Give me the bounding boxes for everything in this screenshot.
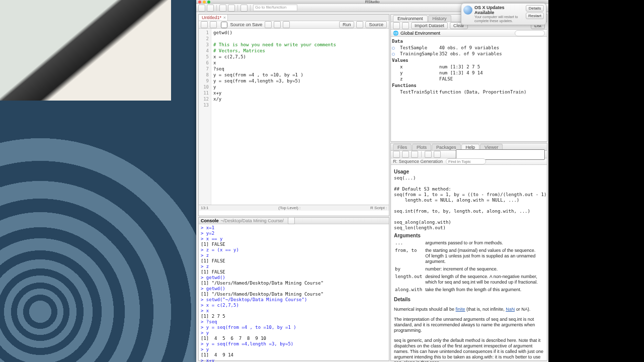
open-icon[interactable] — [219, 5, 226, 12]
help-breadcrumb: R: Sequence Generation — [393, 159, 443, 164]
env-scope-dropdown[interactable]: Global Environment — [400, 31, 440, 36]
new-file-icon[interactable] — [198, 5, 205, 12]
file-tab[interactable]: Untitled1* — [199, 15, 228, 21]
close-icon[interactable] — [198, 1, 201, 4]
help-arg-row: from, tothe starting and (maximal) end v… — [395, 248, 543, 265]
find-icon[interactable] — [265, 21, 272, 28]
console-tab[interactable]: Console — [201, 218, 219, 223]
help-arg-row: ...arguments passed to or from methods. — [395, 240, 543, 247]
webcam-overlay — [0, 0, 171, 101]
wand-icon[interactable] — [274, 21, 281, 28]
tab-history[interactable]: History — [428, 15, 451, 22]
save-source-icon[interactable] — [210, 21, 217, 28]
update-icon — [463, 6, 472, 15]
cursor-pos: 13:1 — [201, 206, 209, 210]
source-on-save-checkbox[interactable]: Source on Save — [219, 20, 263, 30]
scope-indicator[interactable]: (Top Level) : — [278, 206, 300, 210]
restart-button[interactable]: Restart — [526, 13, 544, 19]
env-row[interactable]: ◯ TestSample40 obs. of 9 variables — [392, 45, 546, 51]
load-ws-icon[interactable] — [393, 22, 400, 29]
link-nan[interactable]: NaN — [506, 307, 515, 312]
rstudio-window: RStudio Go to file/function Untitled1* — [196, 0, 548, 362]
help-arg-row: length.outdesired length of the sequence… — [395, 274, 543, 286]
goto-file-input[interactable]: Go to file/function — [253, 5, 297, 11]
console-output[interactable]: > x=1> y=2> x == y[1] FALSE> z = (x == y… — [199, 224, 389, 362]
help-pane: FilesPlotsPackagesHelpViewer R: Sequence… — [390, 143, 547, 361]
run-button[interactable]: Run — [339, 21, 355, 28]
environment-pane: Environment History Import Dataset Clear… — [390, 14, 547, 142]
forward-icon[interactable] — [402, 151, 409, 158]
add-icon[interactable] — [207, 5, 214, 12]
source-pane: Untitled1* Source on Save Run Source 123… — [198, 14, 389, 216]
print-icon[interactable] — [240, 5, 248, 12]
console-pane: Console ~/Desktop/Data Mining Course/ > … — [198, 217, 389, 361]
compile-icon[interactable] — [283, 21, 290, 28]
print-help-icon[interactable] — [425, 151, 432, 158]
window-title: RStudio — [365, 0, 379, 4]
clear-console-icon[interactable] — [288, 217, 295, 224]
help-content[interactable]: Usage seq(...) ## Default S3 method: seq… — [391, 165, 547, 362]
link-finite[interactable]: finite — [456, 307, 465, 312]
tab-environment[interactable]: Environment — [393, 15, 428, 22]
rerun-icon[interactable] — [356, 21, 363, 28]
help-arg-row: bynumber: increment of the sequence. — [395, 266, 543, 273]
env-row[interactable]: ynum [1:3] 4 9 14 — [392, 70, 546, 76]
env-row[interactable]: TestTrainSplitfunction (Data, Proportion… — [392, 89, 546, 95]
env-row[interactable]: ◯ TrainingSample352 obs. of 9 variables — [392, 51, 546, 57]
env-row[interactable]: zFALSE — [392, 76, 546, 82]
os-update-notification: OS X Updates Available Your computer wil… — [461, 3, 546, 25]
tab-files[interactable]: Files — [393, 144, 412, 150]
help-arg-row: along.withtake the length from the lengt… — [395, 287, 543, 294]
source-button[interactable]: Source — [365, 21, 387, 28]
details-button[interactable]: Details — [526, 5, 544, 12]
import-dataset-button[interactable]: Import Dataset — [411, 22, 448, 29]
tab-plots[interactable]: Plots — [412, 144, 431, 150]
save-ws-icon[interactable] — [402, 22, 409, 29]
find-in-topic-input[interactable] — [446, 158, 486, 164]
zoom-icon[interactable] — [207, 1, 210, 4]
popout-help-icon[interactable] — [434, 151, 441, 158]
source-editor[interactable]: 12345678910111213 getwd() # This is how … — [199, 29, 389, 205]
save-icon[interactable] — [228, 5, 235, 12]
back-icon[interactable] — [393, 151, 400, 158]
env-row[interactable]: xnum [1:3] 2 7 5 — [392, 64, 546, 70]
file-type-indicator[interactable]: R Script : — [370, 206, 387, 210]
minimize-icon[interactable] — [203, 1, 206, 4]
env-search-input[interactable] — [515, 30, 545, 36]
popout-icon[interactable] — [201, 21, 208, 28]
home-icon[interactable] — [411, 151, 418, 158]
console-path: ~/Desktop/Data Mining Course/ — [221, 218, 284, 223]
